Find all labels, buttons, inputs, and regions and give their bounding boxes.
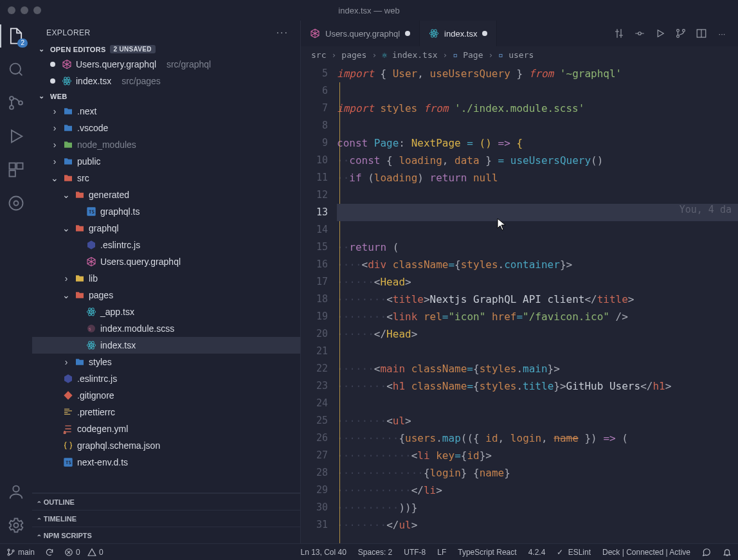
svg-point-41 bbox=[677, 35, 680, 38]
folder-icon bbox=[75, 290, 85, 300]
dirty-indicator bbox=[50, 62, 55, 67]
svg-rect-28 bbox=[64, 410, 72, 411]
tree-item[interactable]: ›.next bbox=[32, 103, 300, 120]
git-branch-icon[interactable] bbox=[675, 28, 687, 39]
git-commit-icon[interactable] bbox=[634, 28, 645, 39]
open-editors-header[interactable]: ⌄ OPEN EDITORS 2 UNSAVED bbox=[32, 42, 300, 56]
remote-icon[interactable] bbox=[7, 194, 25, 212]
account-icon[interactable] bbox=[7, 483, 25, 501]
close-window[interactable] bbox=[8, 6, 15, 14]
graphql-icon bbox=[62, 59, 72, 69]
open-editor-item[interactable]: index.tsx src/pages bbox=[32, 73, 300, 89]
tree-item[interactable]: .prettierrc bbox=[32, 404, 300, 420]
tree-item[interactable]: Users.query.graphql bbox=[32, 253, 300, 270]
ts-icon: TS bbox=[63, 457, 73, 467]
gql-icon bbox=[310, 28, 320, 39]
eslint-status[interactable]: ✓ ESLint bbox=[557, 548, 591, 557]
deck-status[interactable]: Deck | Connected | Active bbox=[602, 548, 690, 557]
settings-icon[interactable] bbox=[7, 516, 25, 534]
react-icon bbox=[86, 340, 96, 350]
tree-item[interactable]: ›.vscode bbox=[32, 120, 300, 136]
svg-point-2 bbox=[10, 105, 14, 109]
run-icon[interactable] bbox=[7, 127, 25, 145]
svg-text:S: S bbox=[89, 327, 91, 331]
code-editor[interactable]: 5678910111213141516171819202122232425262… bbox=[301, 63, 738, 543]
breadcrumb[interactable]: src› pages› ⚛ index.tsx› ▫ Page› ▫ users bbox=[301, 46, 738, 63]
bell-icon[interactable] bbox=[723, 548, 732, 557]
tree-item[interactable]: index.tsx bbox=[32, 337, 300, 354]
tree-item[interactable]: ›node_modules bbox=[32, 136, 300, 153]
react-icon bbox=[429, 28, 439, 39]
more-icon[interactable]: ··· bbox=[716, 28, 728, 39]
yml-icon: {} bbox=[63, 424, 73, 434]
split-editor-icon[interactable] bbox=[696, 28, 707, 39]
line-gutter[interactable]: 5678910111213141516171819202122232425262… bbox=[301, 63, 337, 543]
eol[interactable]: LF bbox=[437, 548, 446, 557]
minimize-window[interactable] bbox=[21, 6, 28, 14]
folder-icon bbox=[63, 106, 73, 116]
tree-item[interactable]: ⌄generated bbox=[32, 186, 300, 203]
maximize-window[interactable] bbox=[33, 6, 41, 14]
tree-item[interactable]: .eslintrc.js bbox=[32, 370, 300, 387]
tree-item[interactable]: ⌄src bbox=[32, 170, 300, 186]
indentation[interactable]: Spaces: 2 bbox=[358, 548, 392, 557]
play-icon[interactable] bbox=[654, 28, 666, 39]
statusbar: main 0 0 Ln 13, Col 40 Spaces: 2 UTF-8 L… bbox=[0, 543, 738, 560]
svg-point-26 bbox=[91, 345, 92, 346]
sidebar-section-collapsed[interactable]: ›NPM SCRIPTS bbox=[32, 527, 300, 543]
search-icon[interactable] bbox=[7, 60, 25, 78]
tree-item[interactable]: ›lib bbox=[32, 270, 300, 287]
folder-icon bbox=[75, 223, 85, 233]
tree-item[interactable]: .eslintrc.js bbox=[32, 237, 300, 253]
cursor-position[interactable]: Ln 13, Col 40 bbox=[300, 548, 346, 557]
tree-item[interactable]: ⌄graphql bbox=[32, 220, 300, 237]
tree-item[interactable]: _app.tsx bbox=[32, 303, 300, 320]
git-icon bbox=[63, 390, 73, 401]
sync-icon[interactable] bbox=[45, 548, 54, 557]
chevron-icon: › bbox=[50, 156, 59, 167]
symbol-icon: ▫ bbox=[453, 50, 458, 60]
tree-item[interactable]: graphql.schema.json bbox=[32, 437, 300, 454]
window-controls[interactable] bbox=[8, 6, 41, 14]
scm-icon[interactable] bbox=[7, 94, 25, 112]
branch-indicator[interactable]: main bbox=[6, 548, 35, 557]
sidebar-section-collapsed[interactable]: ›OUTLINE bbox=[32, 493, 300, 510]
sidebar-title: EXPLORER bbox=[46, 28, 91, 37]
dirty-indicator bbox=[482, 31, 487, 36]
chevron-icon: › bbox=[50, 140, 59, 150]
explorer-icon[interactable]: 2 bbox=[7, 27, 25, 45]
ts-icon: TS bbox=[86, 206, 96, 217]
sidebar-more-icon[interactable]: ··· bbox=[276, 27, 289, 39]
editor-tab[interactable]: index.tsx bbox=[420, 21, 497, 46]
tree-item[interactable]: Sindex.module.scss bbox=[32, 320, 300, 337]
workspace-header[interactable]: ⌄ WEB bbox=[32, 89, 300, 103]
tree-item[interactable]: {}codegen.yml bbox=[32, 420, 300, 437]
tree-item[interactable]: TSgraphql.ts bbox=[32, 203, 300, 220]
editor-tab[interactable]: Users.query.graphql bbox=[301, 21, 420, 46]
svg-text:TS: TS bbox=[89, 209, 94, 215]
svg-point-38 bbox=[638, 32, 642, 35]
feedback-icon[interactable] bbox=[702, 548, 711, 557]
problems-indicator[interactable]: 0 0 bbox=[64, 548, 104, 557]
svg-point-45 bbox=[12, 550, 14, 552]
typescript-version[interactable]: 4.2.4 bbox=[528, 548, 546, 557]
extensions-icon[interactable] bbox=[7, 161, 25, 179]
folder-icon bbox=[75, 273, 85, 284]
tree-item[interactable]: .gitignore bbox=[32, 387, 300, 404]
compare-icon[interactable] bbox=[613, 28, 625, 39]
svg-point-8 bbox=[14, 201, 19, 206]
tree-item[interactable]: TSnext-env.d.ts bbox=[32, 454, 300, 471]
sidebar-section-collapsed[interactable]: ›TIMELINE bbox=[32, 510, 300, 527]
code-lines[interactable]: import { User, useUsersQuery } from '~gr… bbox=[337, 63, 738, 543]
tree-item[interactable]: ›styles bbox=[32, 354, 300, 370]
tree-item[interactable]: ›public bbox=[32, 153, 300, 170]
encoding[interactable]: UTF-8 bbox=[404, 548, 426, 557]
tab-bar: Users.query.graphqlindex.tsx ··· bbox=[301, 21, 738, 46]
unsaved-badge: 2 UNSAVED bbox=[110, 45, 156, 53]
open-editor-item[interactable]: Users.query.graphql src/graphql bbox=[32, 56, 300, 73]
language-mode[interactable]: TypeScript React bbox=[458, 548, 516, 557]
eslint-icon bbox=[86, 240, 96, 250]
folder-icon bbox=[63, 140, 73, 150]
tree-item[interactable]: ⌄pages bbox=[32, 287, 300, 303]
explorer-badge: 2 bbox=[17, 39, 28, 48]
